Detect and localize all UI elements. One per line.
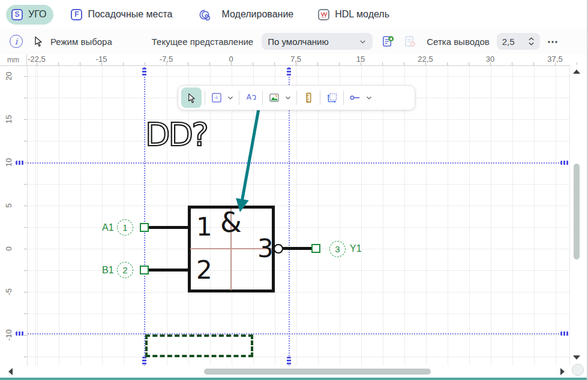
editor-toolbar: i Режим выбора Текущее представление По … [0, 29, 587, 55]
scroll-left-icon[interactable] [8, 368, 13, 375]
inversion-bubble[interactable] [274, 244, 283, 254]
pin-pad-a1[interactable] [140, 223, 149, 232]
chevron-down-icon [359, 38, 367, 46]
cursor-icon [186, 92, 197, 104]
ruler-unit: mm [0, 54, 27, 66]
guide-handle[interactable] [16, 161, 24, 165]
ruler-tick [209, 62, 210, 65]
gate-pin-number-1: 1 [196, 215, 212, 240]
pin-grid-stepper[interactable]: 2,5 [497, 33, 540, 50]
cursor-mode-icon [32, 35, 44, 47]
tab-footprints[interactable]: F Посадочные места [65, 5, 179, 25]
selection-placeholder-rect[interactable] [145, 334, 253, 357]
pin-name-b1[interactable]: B1 [102, 266, 114, 275]
select-tool-button[interactable] [181, 88, 202, 108]
ruler-tool-button[interactable] [300, 88, 317, 108]
scroll-down-icon[interactable] [573, 355, 580, 360]
ruler-tick [425, 62, 426, 65]
scroll-right-icon[interactable] [560, 368, 565, 375]
add-representation-button[interactable] [381, 35, 395, 49]
pin-name-y1[interactable]: Y1 [350, 244, 362, 254]
pin-icon [349, 91, 362, 104]
pin-number-badge-b1[interactable]: 2 [117, 262, 133, 278]
chevron-down-icon [365, 94, 373, 101]
ruler-icon [302, 92, 314, 104]
ruler-label: 20 [4, 72, 13, 80]
ruler-tick [404, 62, 404, 65]
horizontal-scroll-thumb[interactable] [204, 369, 431, 375]
ruler-tick [382, 62, 383, 65]
pin-wire-b1[interactable] [149, 269, 188, 272]
ruler-tick [37, 62, 37, 65]
ruler-tick [123, 62, 124, 65]
pin-wire-y1[interactable] [283, 247, 313, 250]
pin-wire-a1[interactable] [149, 226, 188, 229]
shape-tool-dropdown[interactable] [225, 88, 236, 108]
shape-tool-button[interactable] [208, 88, 225, 108]
representation-value: По умолчанию [268, 37, 328, 47]
v-ruler[interactable]: 20151050-5-10 [0, 66, 27, 366]
ruler-tick [101, 62, 102, 65]
pin-number-badge-y1[interactable]: 3 [329, 241, 346, 257]
delete-representation-button[interactable] [403, 35, 417, 49]
guide-handle[interactable] [16, 331, 24, 336]
tab-symbol[interactable]: S УГО [6, 5, 53, 25]
ruler-tick [490, 62, 491, 65]
info-icon[interactable]: i [10, 35, 23, 48]
ruler-label: 5 [4, 203, 13, 207]
horizontal-scrollbar[interactable] [4, 366, 568, 378]
pin-number-badge-a1[interactable]: 1 [117, 219, 133, 236]
ruler-tick [447, 62, 448, 65]
tab-simulation[interactable]: Моделирование [192, 4, 301, 26]
text-tool-icon: A [244, 91, 257, 104]
separator [239, 91, 239, 105]
representation-select[interactable]: По умолчанию [262, 33, 373, 50]
pin-grid-value: 2,5 [502, 37, 515, 47]
stepper-arrows-icon[interactable] [528, 37, 535, 46]
ruler-tick [317, 62, 318, 65]
text-tool-button[interactable]: A [242, 88, 259, 108]
ruler-tick [166, 62, 167, 65]
floating-tool-palette: A [178, 85, 415, 110]
ruler-tick [555, 62, 556, 65]
ruler-tick [188, 62, 188, 65]
view-label: Текущее представление [152, 37, 253, 47]
scroll-up-icon[interactable] [573, 70, 580, 74]
ruler-tick [469, 62, 469, 65]
ruler-tick [274, 62, 275, 65]
tab-hdl-model[interactable]: HDL модель [313, 5, 397, 25]
ruler-tick [296, 62, 296, 65]
ruler-tick [253, 62, 253, 65]
ruler-label: -5 [4, 288, 13, 295]
chevron-down-icon [284, 94, 292, 101]
spiral-icon [197, 8, 211, 22]
function-symbol[interactable]: & [220, 209, 242, 236]
image-tool-dropdown[interactable] [283, 88, 293, 108]
svg-text:A: A [247, 93, 252, 101]
pin-tool-dropdown[interactable] [364, 88, 374, 108]
pin-name-a1[interactable]: A1 [102, 223, 114, 233]
more-options-button[interactable]: ⋯ [547, 35, 559, 49]
tab-label: Моделирование [222, 9, 294, 20]
image-tool-button[interactable] [266, 88, 283, 108]
ruler-tick [339, 62, 340, 65]
ruler-tick [80, 62, 80, 65]
pin-pad-y1[interactable] [311, 244, 320, 253]
ruler-tick [58, 62, 59, 65]
transform-icon [326, 92, 338, 104]
ruler-label: 0 [4, 246, 13, 251]
pin-pad-b1[interactable] [140, 266, 149, 275]
designator-text[interactable]: DD? [145, 119, 207, 151]
separator [262, 91, 263, 105]
h-ruler[interactable]: -22,5-15-7,507,51522,53037,5 [27, 54, 569, 66]
transform-tool-button[interactable] [323, 88, 340, 108]
pin-number: 1 [122, 222, 127, 233]
ruler-tick [533, 62, 534, 65]
vertical-scrollbar[interactable] [569, 65, 583, 364]
pin-tool-button[interactable] [347, 88, 364, 108]
image-icon [268, 92, 280, 104]
tab-label: HDL модель [335, 9, 389, 20]
canvas-region: mm -22,5-15-7,507,51522,53037,5 20151050… [0, 54, 588, 378]
vertical-scroll-thumb[interactable] [574, 164, 580, 260]
pin-number: 3 [335, 244, 340, 254]
